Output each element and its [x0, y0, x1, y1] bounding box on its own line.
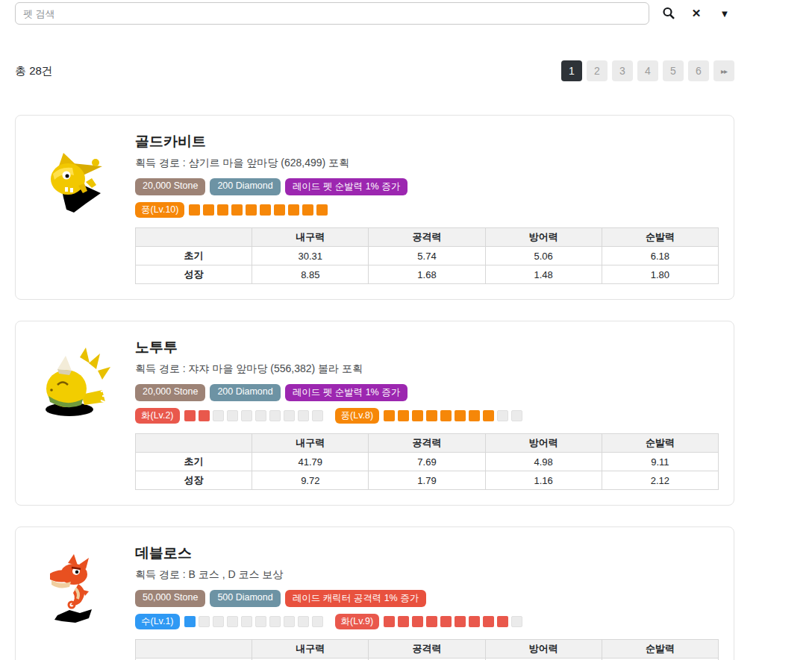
pet-acquisition: 획득 경로 : B 코스 , D 코스 보상 — [135, 568, 719, 582]
element-level-point — [497, 616, 508, 627]
page-button-6[interactable]: 6 — [688, 60, 709, 81]
stat-value: 9.72 — [252, 471, 369, 490]
stat-value: 30.31 — [252, 247, 369, 265]
pet-elements: 화(Lv.2) 풍(Lv.8) — [135, 408, 719, 424]
page-button-4[interactable]: 4 — [637, 60, 658, 81]
element-badge-fire: 화(Lv.2) — [135, 408, 180, 424]
stat-value: 4.98 — [485, 453, 602, 471]
pet-image-devlos — [27, 538, 120, 660]
element-level-point — [269, 616, 281, 627]
pet-elements: 수(Lv.1) 화(Lv.9) — [135, 614, 719, 629]
element-level-point — [241, 410, 252, 421]
stat-header-agility: 순발력 — [602, 434, 718, 453]
element-badge-wind: 풍(Lv.10) — [135, 202, 184, 218]
element-level-point — [412, 616, 423, 627]
pet-card: 골드카비트 획득 경로 : 샴기르 마을 앞마당 (628,499) 포획 20… — [15, 115, 734, 300]
element-level-point — [203, 204, 214, 216]
search-icon[interactable] — [660, 4, 678, 22]
stat-table: 내구력 공격력 방어력 순발력 초기 41.79 7.69 4.98 9.11 — [135, 433, 719, 490]
badge-raid-effect: 레이드 캐릭터 공격력 1% 증가 — [285, 590, 426, 607]
page-button-3[interactable]: 3 — [612, 60, 633, 81]
stat-value: 1.16 — [485, 471, 602, 490]
element-group-water: 수(Lv.1) — [135, 614, 323, 629]
badge-stone: 20,000 Stone — [135, 384, 205, 401]
stat-header-defense: 방어력 — [485, 434, 602, 453]
clear-icon[interactable]: ✕ — [687, 4, 705, 22]
badge-raid-effect: 레이드 펫 순발력 1% 증가 — [285, 384, 407, 401]
element-level-squares — [384, 410, 522, 421]
pet-name: 노투투 — [135, 338, 719, 357]
element-level-point — [274, 204, 285, 216]
element-level-point — [312, 410, 323, 421]
element-level-squares — [184, 410, 323, 421]
element-level-point — [184, 616, 196, 627]
pet-badges: 20,000 Stone 200 Diamond 레이드 펫 순발력 1% 증가 — [135, 178, 719, 195]
row-label-growth: 성장 — [136, 265, 252, 284]
stat-value: 6.18 — [602, 247, 718, 265]
element-level-point — [412, 410, 423, 421]
pet-card: 데블로스 획득 경로 : B 코스 , D 코스 보상 50,000 Stone… — [15, 527, 734, 660]
stat-value: 1.68 — [369, 265, 485, 284]
element-level-point — [426, 616, 437, 627]
pet-card: 노투투 획득 경로 : 쟈쟈 마을 앞마당 (556,382) 볼라 포획 20… — [15, 321, 734, 506]
element-level-point — [511, 410, 522, 421]
element-level-point — [440, 616, 452, 627]
page: ✕ ▼ 총 28건 1 2 3 4 5 6 ▸▸ — [15, 0, 734, 660]
row-label-initial: 초기 — [136, 453, 252, 471]
element-group-fire: 화(Lv.9) — [335, 614, 523, 629]
badge-diamond: 500 Diamond — [210, 590, 280, 607]
dropdown-caret-icon[interactable]: ▼ — [716, 4, 734, 22]
page-button-1[interactable]: 1 — [561, 60, 582, 81]
element-group-wind: 풍(Lv.10) — [135, 202, 328, 218]
stat-header-empty — [136, 640, 252, 659]
pet-sprite-icon — [37, 141, 111, 216]
stat-header-agility: 순발력 — [602, 228, 718, 247]
element-level-point — [398, 616, 409, 627]
element-level-point — [426, 410, 437, 421]
element-level-point — [384, 616, 395, 627]
element-level-point — [440, 410, 452, 421]
stat-header-durability: 내구력 — [252, 434, 369, 453]
stat-value: 41.79 — [252, 453, 369, 471]
element-level-point — [302, 204, 313, 216]
element-badge-water: 수(Lv.1) — [135, 614, 180, 629]
element-level-point — [483, 616, 494, 627]
element-level-point — [312, 616, 323, 627]
element-level-point — [255, 616, 266, 627]
stat-row-growth: 성장 8.85 1.68 1.48 1.80 — [136, 265, 719, 284]
pet-acquisition: 획득 경로 : 샴기르 마을 앞마당 (628,499) 포획 — [135, 157, 719, 170]
element-level-point — [398, 410, 409, 421]
row-label-initial: 초기 — [136, 247, 252, 265]
pet-card-body: 데블로스 획득 경로 : B 코스 , D 코스 보상 50,000 Stone… — [120, 538, 719, 660]
badge-stone: 50,000 Stone — [135, 590, 205, 607]
element-level-point — [227, 616, 238, 627]
element-level-point — [511, 616, 522, 627]
element-level-squares — [384, 616, 522, 627]
pagination-next-icon[interactable]: ▸▸ — [713, 60, 734, 81]
stat-value: 1.80 — [602, 265, 718, 284]
element-level-point — [213, 616, 224, 627]
element-badge-wind: 풍(Lv.8) — [335, 408, 380, 424]
stat-row-initial: 초기 41.79 7.69 4.98 9.11 — [136, 453, 719, 471]
page-button-2[interactable]: 2 — [587, 60, 608, 81]
element-level-point — [260, 204, 271, 216]
stat-header-agility: 순발력 — [602, 640, 718, 659]
element-level-point — [255, 410, 266, 421]
element-level-point — [284, 616, 295, 627]
pagination: 1 2 3 4 5 6 ▸▸ — [561, 60, 734, 81]
pet-badges: 50,000 Stone 500 Diamond 레이드 캐릭터 공격력 1% … — [135, 590, 719, 607]
pet-badges: 20,000 Stone 200 Diamond 레이드 펫 순발력 1% 증가 — [135, 384, 719, 401]
page-button-5[interactable]: 5 — [663, 60, 684, 81]
element-level-point — [241, 616, 252, 627]
search-bar: ✕ ▼ — [15, 0, 734, 25]
pet-card-body: 골드카비트 획득 경로 : 샴기르 마을 앞마당 (628,499) 포획 20… — [120, 126, 719, 284]
element-level-point — [288, 204, 299, 216]
element-level-point — [298, 616, 309, 627]
search-input[interactable] — [15, 2, 649, 25]
pet-sprite-icon — [37, 553, 111, 627]
element-level-point — [231, 204, 243, 216]
stat-header-empty — [136, 434, 252, 453]
stat-value: 8.85 — [252, 265, 369, 284]
row-label-growth: 성장 — [136, 471, 252, 490]
element-level-point — [284, 410, 295, 421]
